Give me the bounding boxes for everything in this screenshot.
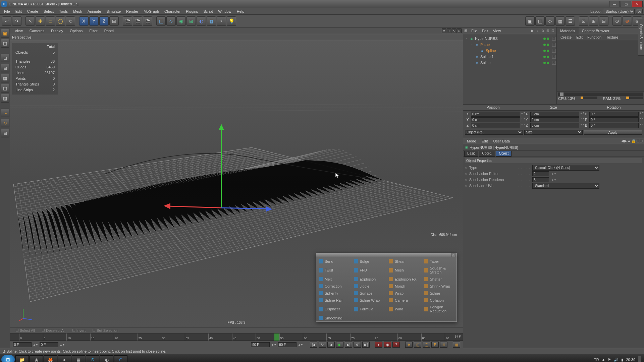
- close-button[interactable]: ✕: [632, 1, 643, 7]
- coord-mode-select[interactable]: Object (Rel): [465, 130, 523, 135]
- mat-function[interactable]: Function: [585, 35, 604, 39]
- task-app2[interactable]: ▦: [72, 355, 85, 362]
- mat-edit[interactable]: Edit: [574, 35, 585, 39]
- autokey[interactable]: ◉: [384, 342, 391, 348]
- spline-primitive[interactable]: ∿: [166, 16, 176, 26]
- menu-file[interactable]: File: [1, 9, 13, 13]
- attr-edit[interactable]: Edit: [479, 139, 491, 143]
- attr-tab-object[interactable]: Object: [496, 151, 512, 157]
- tab-content-browser[interactable]: Content Browser: [579, 27, 613, 34]
- layout-nav-icon[interactable]: ∞: [636, 9, 643, 14]
- key-pla[interactable]: ⊞: [440, 342, 447, 348]
- task-explorer[interactable]: 📁: [15, 355, 29, 362]
- array-generator[interactable]: ⊞: [186, 16, 196, 26]
- attr-nav-lock[interactable]: 🔒: [631, 139, 636, 143]
- light-obj[interactable]: 💡: [227, 16, 236, 26]
- deformer-collision[interactable]: Collision: [422, 297, 457, 304]
- stack-icon[interactable]: ☰: [566, 16, 575, 26]
- next-frame[interactable]: ▶|: [345, 342, 352, 348]
- key-pos[interactable]: ✥: [405, 342, 413, 348]
- tree-item-hypernurbs[interactable]: - ◈ HyperNURBS ✓: [464, 36, 556, 42]
- camera-obj[interactable]: ⌖: [217, 16, 226, 26]
- menu-simulate[interactable]: Simulate: [104, 9, 123, 13]
- vp-nav-4[interactable]: ⊞: [457, 28, 462, 33]
- mag-1[interactable]: ⊙: [612, 16, 622, 26]
- attr-nav-back[interactable]: ◀: [621, 139, 624, 143]
- edge-mode[interactable]: ⊞: [1, 64, 9, 72]
- start-button[interactable]: ⊞: [1, 355, 15, 362]
- in-frame[interactable]: [40, 342, 58, 347]
- tag-select-all[interactable]: ☐ Select All: [13, 328, 38, 333]
- cube-primitive[interactable]: ◫: [156, 16, 166, 26]
- group-icon[interactable]: ▦: [555, 16, 565, 26]
- snap-2[interactable]: ⊞: [589, 16, 598, 26]
- key-rot[interactable]: ◯: [423, 342, 430, 348]
- model-mode[interactable]: ▣: [1, 29, 9, 38]
- tree-item-spline-1[interactable]: ◈ Spline.1 ✓: [464, 54, 556, 60]
- vp-view[interactable]: View: [11, 29, 26, 33]
- goto-start[interactable]: |◀: [310, 342, 317, 348]
- materials-body[interactable]: [557, 40, 644, 92]
- deformer-melt[interactable]: Melt: [316, 276, 352, 283]
- snap-3[interactable]: ⊟: [599, 16, 608, 26]
- tag-deselect-all[interactable]: ☐ Deselect All: [39, 328, 68, 333]
- tab-materials[interactable]: Materials: [557, 27, 579, 34]
- menu-mograph[interactable]: MoGraph: [141, 9, 162, 13]
- deformer-correction[interactable]: Correction: [316, 283, 352, 290]
- deformer-polygon-reduction[interactable]: Polygon Reduction: [422, 304, 457, 314]
- deformer-ffd[interactable]: FFD: [352, 265, 387, 276]
- deformer-shatter[interactable]: Shatter: [422, 276, 457, 283]
- attr-tab-coord[interactable]: Coord.: [479, 151, 495, 157]
- deformer-formula[interactable]: Formula: [352, 304, 387, 314]
- deformer-spline-rail[interactable]: Spline Rail: [316, 297, 352, 304]
- menu-animate[interactable]: Animate: [85, 9, 104, 13]
- mat-slider[interactable]: [558, 93, 643, 96]
- y-axis-lock[interactable]: Y: [89, 16, 99, 26]
- om-nav-2[interactable]: ⌂: [535, 28, 540, 33]
- task-c4d[interactable]: C: [114, 355, 127, 362]
- tree-item-plane[interactable]: - ◈ Plane ✓: [464, 42, 556, 48]
- coord-system[interactable]: ⊞: [109, 16, 119, 26]
- menu-window[interactable]: Window: [216, 9, 234, 13]
- menu-select[interactable]: Select: [41, 9, 57, 13]
- viewport-3d[interactable]: Total Objects5Triangles36Quads6459Lines2…: [10, 40, 463, 327]
- loop[interactable]: ↻: [319, 342, 326, 348]
- deformer-shrink-wrap[interactable]: Shrink Wrap: [422, 283, 457, 290]
- snap-1[interactable]: ⊡: [579, 16, 588, 26]
- vp-cameras[interactable]: Cameras: [26, 29, 48, 33]
- vp-panel[interactable]: Panel: [101, 29, 117, 33]
- rotate-tool[interactable]: ◯: [56, 16, 65, 26]
- recent-tool[interactable]: ⟲: [66, 16, 75, 26]
- menu-help[interactable]: Help: [234, 9, 247, 13]
- deformer-spline-wrap[interactable]: Spline Wrap: [352, 297, 387, 304]
- attr-nav-x[interactable]: ⊡: [640, 139, 643, 143]
- om-nav-4[interactable]: ⊞: [545, 28, 550, 33]
- menu-plugins[interactable]: Plugins: [183, 9, 201, 13]
- end-frame[interactable]: [278, 342, 297, 347]
- tray-net-icon[interactable]: ▮: [621, 358, 623, 362]
- coord-apply[interactable]: Apply: [584, 130, 642, 135]
- deformer-smoothing[interactable]: Smoothing: [316, 314, 352, 321]
- out-frame[interactable]: [251, 342, 270, 347]
- vp-nav-1[interactable]: ✥: [442, 28, 446, 33]
- deformer-taper[interactable]: Taper: [422, 258, 457, 265]
- render-view[interactable]: 🎬: [123, 16, 132, 26]
- tray-sound-icon[interactable]: 🔊: [614, 358, 619, 362]
- vp-nav-2[interactable]: ↕: [447, 28, 451, 33]
- start-frame[interactable]: [13, 342, 32, 347]
- deformer-squash---stretch[interactable]: Squash & Stretch: [422, 265, 457, 276]
- deformer-twist[interactable]: Twist: [316, 265, 352, 276]
- render-settings[interactable]: 🎬: [143, 16, 152, 26]
- om-nav-5[interactable]: ⊡: [550, 28, 555, 33]
- environment[interactable]: ▦: [207, 16, 216, 26]
- timeline-btn[interactable]: ▤: [453, 342, 460, 348]
- tweak-mode[interactable]: ↻: [1, 119, 9, 127]
- tag-set-selection[interactable]: ☐ Set Selection: [90, 328, 121, 333]
- tree-item-spline[interactable]: ◈ Spline ✓: [464, 60, 556, 66]
- attr-mode[interactable]: Mode: [464, 139, 479, 143]
- deformer-jiggle[interactable]: Jiggle: [352, 283, 387, 290]
- deformer-morph[interactable]: Morph: [386, 283, 422, 290]
- attr-userdata[interactable]: User Data: [491, 139, 513, 143]
- move-tool[interactable]: ✚: [36, 16, 45, 26]
- record[interactable]: ●: [375, 342, 382, 348]
